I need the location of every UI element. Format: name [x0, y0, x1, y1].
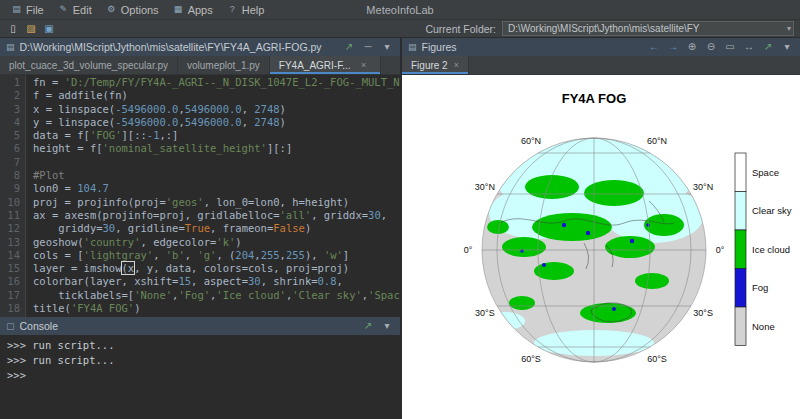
- line-number: 7: [0, 156, 20, 169]
- menu-label: Options: [121, 4, 159, 16]
- console-icon: ▢: [6, 321, 15, 331]
- figure-tab[interactable]: Figure 2 ×: [402, 56, 469, 74]
- zoom-out-icon[interactable]: ⊖: [704, 42, 718, 52]
- graticule-label: 60°S: [521, 354, 541, 364]
- save-icon[interactable]: ▣: [42, 24, 56, 34]
- code-line: layer = imshow(x, y, data, colors=cols, …: [33, 262, 400, 275]
- chevron-down-icon[interactable]: ▾: [783, 24, 791, 33]
- graticule-label: 0°: [716, 245, 725, 255]
- script-file-icon: ▤: [6, 42, 15, 52]
- editor-tab[interactable]: plot_cuace_3d_volume_specular.py: [0, 56, 178, 74]
- graticule-label: 0°: [464, 245, 473, 255]
- expand-icon[interactable]: ↗: [342, 42, 356, 52]
- options-icon: ⚙: [106, 5, 117, 14]
- editor-panel: ▤ D:\Working\MIScript\Jython\mis\satelli…: [0, 38, 402, 419]
- colorbar-segment: [735, 153, 746, 192]
- colorbar-label: Space: [752, 167, 779, 178]
- code-line: height = f['nominal_satellite_height'][:…: [33, 142, 400, 155]
- zoom-in-icon[interactable]: ⊕: [685, 42, 699, 52]
- colorbar-label: Ice cloud: [752, 244, 790, 255]
- chevron-down-icon[interactable]: ▾: [380, 321, 394, 331]
- line-number: 2: [0, 89, 20, 102]
- menu-bar: ▤File✎Edit⚙Options▦Apps?Help MeteoInfoLa…: [0, 0, 800, 20]
- menu-edit[interactable]: ✎Edit: [51, 0, 99, 19]
- menu-help[interactable]: ?Help: [220, 0, 272, 19]
- menu-apps[interactable]: ▦Apps: [166, 0, 220, 19]
- line-number: 9: [0, 182, 20, 195]
- code-area: 123456789101112131415161718 fn = 'D:/Tem…: [0, 75, 400, 317]
- tab-label: FY4A_AGRI-F...: [279, 60, 351, 71]
- console-output[interactable]: >>> run script...>>> run script...>>>: [0, 335, 400, 419]
- graticule-label: 30°S: [693, 308, 713, 318]
- code-line: cols = ['lightgray', 'b', 'g', (204,255,…: [33, 249, 400, 262]
- colorbar-segment: [735, 230, 746, 269]
- line-number: 10: [0, 196, 20, 209]
- code-line: colorbar(layer, xshift=15, aspect=30, sh…: [33, 275, 400, 288]
- arrow-left-icon[interactable]: ←: [647, 42, 661, 52]
- code-line: fn = 'D:/Temp/FY/FY4A-_AGRI--_N_DISK_104…: [33, 76, 400, 89]
- code-line: f = addfile(fn): [33, 89, 400, 102]
- colorbar-label: Fog: [752, 282, 768, 293]
- close-icon[interactable]: ×: [357, 61, 371, 70]
- colorbar-segment: [735, 307, 746, 346]
- line-number: 14: [0, 249, 20, 262]
- graticule-label: 30°N: [475, 182, 495, 192]
- graticule-label: 60°N: [521, 136, 541, 146]
- code-line: [33, 156, 400, 169]
- console-title: Console: [20, 320, 59, 332]
- code-line: griddy=30, gridline=True, frameon=False): [33, 222, 400, 235]
- line-number: 16: [0, 275, 20, 288]
- current-folder-combobox[interactable]: D:\Working\MIScript\Jython\mis\satellite…: [502, 21, 794, 36]
- menu-label: Help: [242, 4, 265, 16]
- menu-label: Edit: [73, 4, 92, 16]
- graticule-label: 60°S: [647, 354, 667, 364]
- code-line: title('FY4A FOG'): [33, 302, 400, 315]
- figures-panel: ▤ Figures ←→⊕⊖▭↔↗▾ Figure 2 × FY4A FOG: [402, 38, 800, 419]
- figures-header-icons: ←→⊕⊖▭↔↗▾: [647, 42, 794, 52]
- arrow-right-icon[interactable]: →: [666, 42, 680, 52]
- fit-icon[interactable]: ▭: [723, 42, 737, 52]
- minimize-icon[interactable]: ─: [361, 42, 375, 52]
- code-line: proj = projinfo(proj='geos', lon_0=lon0,…: [33, 196, 400, 209]
- menu-file[interactable]: ▤File: [4, 0, 51, 19]
- console-line: >>>: [7, 368, 393, 383]
- new-file-icon[interactable]: ▯: [6, 24, 20, 34]
- figures-header: ▤ Figures ←→⊕⊖▭↔↗▾: [402, 38, 800, 56]
- code-line: lon0 = 104.7: [33, 182, 400, 195]
- expand-icon[interactable]: ↗: [361, 321, 375, 331]
- editor-header: ▤ D:\Working\MIScript\Jython\mis\satelli…: [0, 38, 400, 56]
- figure-canvas[interactable]: FY4A FOG: [402, 75, 800, 419]
- code-editor[interactable]: fn = 'D:/Temp/FY/FY4A-_AGRI--_N_DISK_104…: [26, 75, 400, 317]
- expand-icon[interactable]: ↗: [761, 42, 775, 52]
- file-icon: ▤: [11, 5, 22, 14]
- menu-options[interactable]: ⚙Options: [99, 0, 166, 19]
- editor-tab[interactable]: FY4A_AGRI-F...×: [270, 56, 381, 74]
- line-number: 11: [0, 209, 20, 222]
- colorbar-label: Clear sky: [752, 205, 792, 216]
- main-split: ▤ D:\Working\MIScript\Jython\mis\satelli…: [0, 38, 800, 419]
- open-folder-icon[interactable]: ▨: [24, 24, 38, 34]
- editor-tabs: plot_cuace_3d_volume_specular.pyvolumepl…: [0, 56, 400, 75]
- chevron-down-icon[interactable]: ▾: [780, 42, 794, 52]
- figures-title: Figures: [422, 41, 457, 53]
- line-number: 4: [0, 116, 20, 129]
- code-line: x = linspace(-5496000.0,5496000.0, 2748): [33, 103, 400, 116]
- chevron-down-icon[interactable]: ▾: [380, 42, 394, 52]
- tab-label: plot_cuace_3d_volume_specular.py: [9, 60, 168, 71]
- console-line: >>> run script...: [7, 338, 393, 353]
- menu-label: Apps: [188, 4, 213, 16]
- line-number: 13: [0, 236, 20, 249]
- editor-tab[interactable]: volumeplot_1.py: [178, 56, 270, 74]
- console-header-icons: ↗▾: [361, 321, 394, 331]
- line-number-gutter: 123456789101112131415161718: [0, 75, 26, 317]
- editor-header-icons: ↗─▾: [342, 42, 394, 52]
- console-line: >>> run script...: [7, 353, 393, 368]
- close-icon[interactable]: ×: [454, 60, 459, 70]
- line-number: 6: [0, 142, 20, 155]
- pan-icon[interactable]: ↔: [742, 42, 756, 52]
- current-folder-box: Current Folder: D:\Working\MIScript\Jyth…: [425, 21, 794, 36]
- code-line: ticklabels=['None','Fog','Ice cloud','Cl…: [33, 289, 400, 302]
- apps-icon: ▦: [173, 5, 184, 14]
- line-number: 8: [0, 169, 20, 182]
- code-line: ax = axesm(projinfo=proj, gridlabelloc='…: [33, 209, 400, 222]
